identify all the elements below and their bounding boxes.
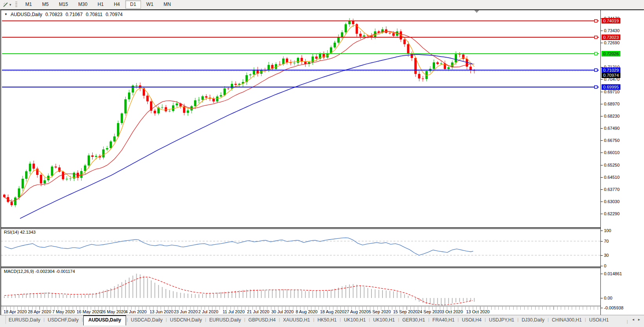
macd-chart-canvas[interactable]	[1, 268, 600, 306]
candlestick	[25, 171, 27, 179]
tab-uk100-h1[interactable]: UK100,H1	[341, 315, 368, 324]
tab-usdchf-daily[interactable]: USDCHF,Daily	[45, 315, 82, 324]
macd-bar	[110, 288, 111, 298]
tab-hk50-h1[interactable]: HK50,H1	[315, 315, 339, 324]
macd-bar	[316, 291, 317, 298]
candlestick	[22, 179, 24, 189]
timeframe-button-h1[interactable]: H1	[93, 0, 108, 9]
tab-dj30-daily[interactable]: DJ30,Daily	[519, 315, 547, 324]
candlestick	[113, 136, 116, 142]
hline-handle[interactable]	[595, 52, 597, 55]
macd-signal-line	[4, 277, 472, 305]
macd-bar	[298, 290, 298, 298]
price-chart-canvas[interactable]	[1, 10, 600, 227]
candlestick	[216, 96, 218, 102]
price-tick-label: 0.66750	[604, 138, 620, 143]
price-tick-label: 0.63030	[604, 199, 620, 204]
tabs-scroll-left-icon[interactable]: ◂	[632, 317, 634, 324]
macd-bar	[206, 294, 207, 298]
rsi-tick-label: 70	[604, 238, 609, 244]
level-price-label: 0.72026	[602, 51, 620, 56]
timeframe-button-m30[interactable]: M30	[73, 0, 92, 9]
tab-usoil-h4[interactable]: USOil,H4	[459, 315, 484, 324]
tab-usdcad-daily[interactable]: USDCAD,Daily	[128, 315, 165, 324]
level-price-label: 0.71029	[602, 67, 620, 73]
candlestick	[84, 165, 86, 171]
pane-separator[interactable]	[1, 227, 644, 229]
date-label: 27 Aug 2020	[344, 309, 369, 314]
candlestick	[168, 111, 171, 111]
macd-bar	[459, 298, 460, 302]
tab-gbpusd-h4[interactable]: GBPUSD,H4	[246, 315, 278, 324]
chart-bottom-frame	[1, 306, 644, 306]
macd-bar	[412, 298, 412, 298]
date-label: 28 Apr 2020	[28, 309, 51, 314]
timeframe-button-m1[interactable]: M1	[21, 0, 37, 9]
rsi-chart-canvas[interactable]	[1, 229, 600, 267]
hline-handle[interactable]	[595, 86, 597, 89]
tool-dropdown-caret[interactable]: ▾	[9, 3, 11, 7]
timeframe-button-mn[interactable]: MN	[159, 0, 176, 9]
date-label: 13 Oct 2020	[466, 309, 490, 314]
candlestick	[33, 164, 35, 169]
macd-bar	[195, 294, 196, 298]
timeframe-button-w1[interactable]: W1	[142, 0, 158, 9]
macd-indicator-label: MACD(12,26,9) -0.002304 -0.001174	[4, 269, 75, 274]
macd-bar	[103, 291, 104, 298]
pane-separator[interactable]	[1, 267, 644, 268]
price-axis[interactable]: 0.741700.734300.726900.712100.704700.697…	[600, 10, 644, 315]
price-tick-label: 0.73430	[604, 28, 620, 33]
hline-handle[interactable]	[595, 69, 597, 71]
timeframe-button-m15[interactable]: M15	[54, 0, 73, 9]
tab-ger30-h1[interactable]: GER30,H1	[399, 315, 428, 324]
tab-fra40-h1[interactable]: FRA40,H1	[430, 315, 457, 324]
macd-bar	[320, 291, 320, 298]
tab-usdcnh-daily[interactable]: USDCNH,Daily	[167, 315, 205, 324]
date-label: 21 Jul 2020	[247, 309, 269, 314]
chart-shift-marker[interactable]	[474, 10, 479, 13]
candlestick	[293, 63, 296, 63]
price-tick-label: 0.69710	[604, 89, 620, 94]
macd-bar	[382, 290, 383, 298]
timeframe-button-h4[interactable]: H4	[109, 0, 124, 9]
bid-price-label: 0.70974	[602, 73, 620, 78]
timeframe-buttons: M1M5M15M30H1H4D1W1MN	[20, 0, 176, 9]
macd-bar	[379, 290, 379, 298]
timeframe-button-m5[interactable]: M5	[37, 0, 53, 9]
candlestick	[29, 164, 31, 171]
candlestick	[205, 96, 207, 98]
hline-handle[interactable]	[595, 20, 597, 22]
macd-bar	[331, 290, 331, 298]
tab-usoil-h1[interactable]: USOil,H1	[586, 315, 611, 324]
ohlc-close: 0.70974	[106, 12, 123, 17]
tab-china300-h1[interactable]: CHINA300,H1	[549, 315, 584, 324]
candlestick	[334, 43, 336, 47]
candlestick	[106, 148, 108, 149]
hline-handle[interactable]	[595, 36, 597, 39]
price-tick-label: 0.72690	[604, 40, 620, 45]
tab-xauusd-h1[interactable]: XAUUSD,H1	[280, 315, 313, 324]
tab-eurusd-daily[interactable]: EURUSD,Daily	[207, 315, 244, 324]
candlestick	[403, 40, 406, 44]
macd-bar	[136, 274, 137, 298]
candlestick	[359, 34, 362, 36]
candlestick	[3, 194, 5, 197]
collapse-icon[interactable]: ▼	[4, 12, 7, 17]
ohlc-open: 0.70823	[46, 12, 62, 17]
tab-usdjpy-h1[interactable]: USDJPY,H1	[486, 315, 517, 324]
macd-bar	[419, 298, 420, 302]
tabs-scroll-right-icon[interactable]: ▸	[638, 317, 640, 324]
tab-uk100-h1[interactable]: UK100,H1	[370, 315, 397, 324]
toolbar-grip[interactable]	[15, 2, 17, 7]
line-studies-icon[interactable]	[2, 1, 9, 8]
tab-eurusd-daily[interactable]: EURUSD,Daily	[6, 315, 43, 324]
candlestick	[194, 100, 196, 106]
chart-window[interactable]: ▼ AUDUSD,Daily 0.70823 0.71067 0.70811 0…	[0, 9, 644, 315]
candlestick	[223, 89, 226, 95]
tab-audusd-daily[interactable]: AUDUSD,Daily	[83, 315, 126, 325]
date-label: 2 Jul 2020	[198, 309, 218, 314]
timeframe-button-d1[interactable]: D1	[125, 0, 141, 9]
macd-bar	[408, 296, 409, 298]
rsi-tick-label: 30	[604, 253, 609, 258]
candlestick	[234, 84, 237, 85]
